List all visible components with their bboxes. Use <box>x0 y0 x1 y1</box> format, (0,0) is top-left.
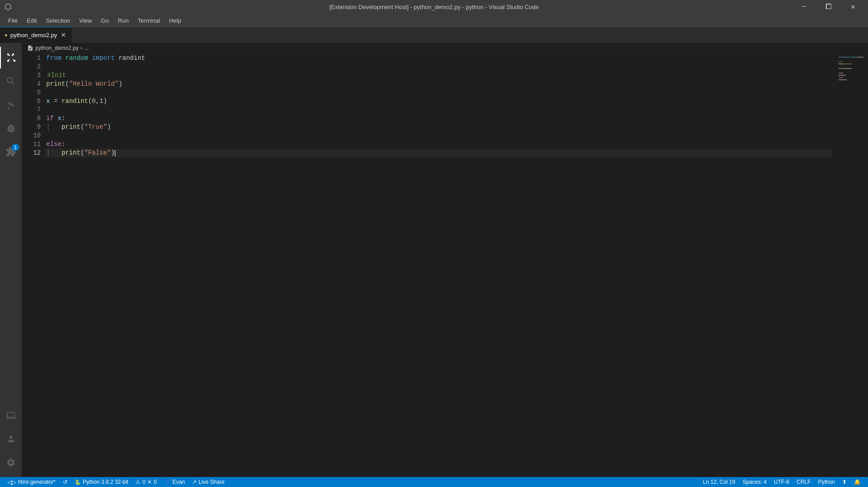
line-num-1: 1 <box>22 54 41 63</box>
close-button[interactable]: ✕ <box>843 0 863 14</box>
breadcrumb-separator: › <box>80 45 82 51</box>
status-encoding[interactable]: UTF-8 <box>770 477 793 487</box>
menu-go[interactable]: Go <box>97 15 112 26</box>
status-account[interactable]: 👤 Evan <box>160 477 188 487</box>
token-print1: print <box>46 80 65 88</box>
svg-rect-6 <box>839 68 842 69</box>
token-random: random <box>65 54 88 63</box>
menu-selection[interactable]: Selection <box>42 15 73 26</box>
editor-content: 1 2 3 4 5 6 7 8 9 10 11 12 from random i… <box>22 53 868 477</box>
minimize-button[interactable]: ─ <box>794 0 815 14</box>
error-icon: ✕ <box>147 479 152 485</box>
activity-debug[interactable] <box>0 117 22 139</box>
bell-icon: 🔔 <box>854 479 861 485</box>
token-x: x <box>46 97 50 106</box>
breadcrumb-filename[interactable]: python_demo2.py <box>35 45 78 51</box>
line-num-11: 11 <box>22 140 41 149</box>
line-num-10: 10 <box>22 131 41 140</box>
code-line-5[interactable] <box>44 88 832 97</box>
code-line-4[interactable]: print("Hello World") <box>44 80 832 88</box>
line-numbers: 1 2 3 4 5 6 7 8 9 10 11 12 <box>22 53 44 477</box>
code-line-1[interactable]: from random import randint <box>44 54 832 63</box>
status-sync[interactable]: ↺ <box>59 477 71 487</box>
account-name: Evan <box>173 479 185 485</box>
tab-file-icon: ● <box>5 32 8 38</box>
menu-edit[interactable]: Edit <box>23 15 40 26</box>
token-comment: #Init <box>47 71 66 80</box>
menu-help[interactable]: Help <box>165 15 185 26</box>
python-version-label: Python 3.8.2 32-bit <box>83 479 129 485</box>
status-remote[interactable]: ◁▷ html-generator* <box>4 477 59 487</box>
eol-label: CRLF <box>796 479 810 485</box>
code-line-10[interactable] <box>44 131 832 140</box>
line-num-4: 4 <box>22 80 41 88</box>
encoding-label: UTF-8 <box>774 479 789 485</box>
code-line-6[interactable]: x = randint(0,1) <box>44 97 832 106</box>
activity-remote[interactable] <box>0 404 22 426</box>
code-line-7[interactable] <box>44 106 832 114</box>
status-notifications[interactable]: 🔔 <box>850 477 864 487</box>
position-label: Ln 12, Col 19 <box>703 479 735 485</box>
code-line-11[interactable]: else: <box>44 140 832 149</box>
menu-terminal[interactable]: Terminal <box>134 15 164 26</box>
token-print-false: print <box>62 149 81 157</box>
extensions-badge: 1 <box>12 144 19 151</box>
status-errors[interactable]: ⚠ 0 ✕ 0 <box>132 477 160 487</box>
status-spaces[interactable]: Spaces: 4 <box>739 477 770 487</box>
code-line-3[interactable]: #Init <box>44 71 832 80</box>
breadcrumb: python_demo2.py › ... <box>22 43 868 53</box>
svg-rect-1 <box>851 57 858 58</box>
liveshare-icon: ↗ <box>192 479 197 485</box>
menu-bar: File Edit Selection View Go Run Terminal… <box>0 14 868 27</box>
menu-run[interactable]: Run <box>114 15 132 26</box>
status-eol[interactable]: CRLF <box>793 477 814 487</box>
code-line-12[interactable]: │ print("False") <box>44 149 832 157</box>
status-language[interactable]: Python <box>815 477 839 487</box>
status-position[interactable]: Ln 12, Col 19 <box>699 477 739 487</box>
activity-search[interactable] <box>0 70 22 92</box>
activity-extensions[interactable]: 1 <box>0 141 22 163</box>
file-icon <box>27 45 34 51</box>
activity-bottom <box>0 404 22 477</box>
window-controls: ─ ⧠ ✕ <box>794 0 863 14</box>
main-layout: 1 python_demo2.py <box>0 43 868 477</box>
tab-bar: ● python_demo2.py ✕ <box>0 27 868 43</box>
svg-rect-7 <box>843 68 852 69</box>
line-num-3: 3 <box>22 71 41 80</box>
token-import: import <box>92 54 115 63</box>
sync-icon: ↺ <box>63 479 68 485</box>
minimap-canvas <box>836 55 863 146</box>
code-editor[interactable]: from random import randint #Init print("… <box>44 53 832 477</box>
maximize-button[interactable]: ⧠ <box>818 0 839 14</box>
activity-settings[interactable] <box>0 452 22 473</box>
minimap <box>832 53 868 477</box>
tab-python-demo2[interactable]: ● python_demo2.py ✕ <box>0 27 72 43</box>
tab-close-button[interactable]: ✕ <box>60 31 67 39</box>
status-liveshare[interactable]: ↗ Live Share <box>188 477 228 487</box>
liveshare-label: Live Share <box>198 479 224 485</box>
editor-area: python_demo2.py › ... 1 2 3 4 5 6 7 8 9 … <box>22 43 868 477</box>
activity-bar: 1 <box>0 43 22 477</box>
code-line-9[interactable]: │ print("True") <box>44 123 832 131</box>
svg-rect-5 <box>844 63 852 64</box>
text-cursor <box>115 150 116 156</box>
status-right: Ln 12, Col 19 Spaces: 4 UTF-8 CRLF Pytho… <box>699 477 864 487</box>
activity-account[interactable] <box>0 428 22 450</box>
menu-view[interactable]: View <box>76 15 96 26</box>
status-format[interactable]: ⬆ <box>839 477 850 487</box>
error-count: 0 <box>154 479 157 485</box>
status-python-version[interactable]: 🐍 Python 3.8.2 32-bit <box>71 477 132 487</box>
svg-rect-2 <box>858 57 863 58</box>
activity-explorer[interactable] <box>0 47 22 68</box>
menu-file[interactable]: File <box>5 15 21 26</box>
breadcrumb-ellipsis[interactable]: ... <box>84 45 88 51</box>
remote-label: html-generator* <box>18 479 56 485</box>
code-line-8[interactable]: if x: <box>44 114 832 123</box>
activity-source-control[interactable] <box>0 94 22 116</box>
line-num-8: 8 <box>22 114 41 123</box>
svg-rect-3 <box>839 61 842 62</box>
format-icon: ⬆ <box>842 479 847 485</box>
line-num-7: 7 <box>22 106 41 114</box>
token-if: if <box>46 114 54 123</box>
code-line-2[interactable] <box>44 63 832 71</box>
